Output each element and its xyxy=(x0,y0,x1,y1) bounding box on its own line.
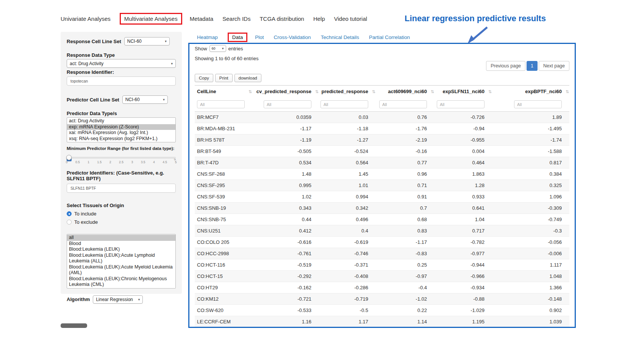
sort-icon[interactable]: ⇅ xyxy=(372,89,375,94)
table-row[interactable]: BR:MDA-MB-231-1.17-1.18-1.76-0.94-1.495 xyxy=(195,123,569,134)
sort-icon[interactable]: ⇅ xyxy=(315,89,319,94)
table-row[interactable]: LE:CCRF-CEM1.161.171.141.1951.039 xyxy=(195,316,569,328)
slider-track[interactable] xyxy=(67,157,176,159)
filter-cell xyxy=(435,97,492,112)
tab-technical-details[interactable]: Technical Details xyxy=(321,34,359,40)
cell-line-cell: CO:COLO 205 xyxy=(195,237,252,248)
nav-item-search-ids[interactable]: Search IDs xyxy=(222,16,250,22)
table-row[interactable]: CNS:SF-2950.9951.010.711.280.325 xyxy=(195,180,569,191)
column-header-cv-predicted-response[interactable]: cv_predicted_response⇅ xyxy=(252,86,319,98)
tissue-option-all[interactable]: all xyxy=(67,235,175,241)
data-type-option-xsq-rna-seq-expression-log2-fpkm-1[interactable]: xsq: RNA-seq Expression (log2 FPKM+1.) xyxy=(67,136,175,142)
tissue-option-blood-leukemia-leuk[interactable]: Blood:Leukemia (LEUK) xyxy=(67,247,175,253)
slider-tick-label: 2 xyxy=(109,160,111,164)
tissue-option-blood-leukemia-leuk-acute-myeloid-leukemia-aml[interactable]: Blood:Leukemia (LEUK):Acute Myeloid Leuk… xyxy=(67,264,175,276)
table-row[interactable]: BR:T-47D0.5340.5640.770.4640.817 xyxy=(195,157,569,169)
value-cell: -0.533 xyxy=(252,305,319,316)
page-length-select[interactable]: 60 ▾ xyxy=(209,45,226,52)
previous-page-button[interactable]: Previous page xyxy=(486,61,525,71)
nav-item-video-tutorial[interactable]: Video tutorial xyxy=(334,16,367,22)
filter-input-predicted-response[interactable] xyxy=(320,100,368,108)
table-row[interactable]: BR:BT-549-0.505-0.524-0.160.004-1.588 xyxy=(195,146,569,157)
radio-unselected-icon[interactable] xyxy=(67,220,72,225)
value-cell: -0.94 xyxy=(435,123,492,134)
tab-partial-correlation[interactable]: Partial Correlation xyxy=(369,34,410,40)
value-cell: 1.48 xyxy=(252,169,319,180)
nav-item-multivariate-analyses[interactable]: Multivariate Analyses xyxy=(120,13,182,25)
radio-to-include[interactable]: To include xyxy=(67,211,176,217)
data-type-option-xai-mrna-expression-avg-log2-int[interactable]: xai: mRNA Expression (Avg. log2 Int.) xyxy=(67,130,175,136)
sort-icon[interactable]: ⇅ xyxy=(431,89,434,94)
sort-icon[interactable]: ⇅ xyxy=(488,89,492,94)
cell-line-cell: CO:HCT-15 xyxy=(195,271,252,282)
cell-line-cell: BR:HS 578T xyxy=(195,134,252,146)
column-header-expslfn11-nci60[interactable]: expSLFN11_nci60⇅ xyxy=(435,86,492,98)
table-row[interactable]: CO:KM12-0.721-0.719-1.02-0.88-0.148 xyxy=(195,293,569,305)
copy-button[interactable]: Copy xyxy=(195,74,213,82)
print-button[interactable]: Print xyxy=(215,74,233,82)
nav-item-univariate-analyses[interactable]: Univariate Analyses xyxy=(61,16,111,22)
response-data-type-select[interactable]: act: Drug Activity ▾ xyxy=(67,59,176,68)
table-row[interactable]: CO:COLO 205-0.616-0.619-1.17-0.782-0.056 xyxy=(195,237,569,248)
predictor-data-type-listbox[interactable]: act: Drug Activityexp: mRNA Expression (… xyxy=(67,117,176,142)
slider-tick-label: 3 xyxy=(131,160,133,164)
table-row[interactable]: LE:HL-60(TB)0.9510.9340.681.3070.031 xyxy=(195,328,569,328)
table-row[interactable]: CO:HCT-15-0.292-0.408-0.97-0.9661.048 xyxy=(195,271,569,282)
radio-to-exclude[interactable]: To exclude xyxy=(67,219,176,225)
tissue-option-blood[interactable]: Blood xyxy=(67,241,175,247)
nav-item-tcga-distribution[interactable]: TCGA distribution xyxy=(259,16,304,22)
column-header-cellline[interactable]: CellLine⇅ xyxy=(195,86,252,98)
sort-icon[interactable]: ⇅ xyxy=(566,89,569,94)
table-row[interactable]: CO:SW-620-0.533-0.50.22-1.0290.902 xyxy=(195,305,569,316)
value-cell: 1.89 xyxy=(492,112,569,123)
table-row[interactable]: CNS:SNB-190.3430.3420.70.641-0.309 xyxy=(195,203,569,214)
download-button[interactable]: download xyxy=(234,74,261,82)
predictor-identifiers-input[interactable] xyxy=(67,184,176,193)
table-row[interactable]: CNS:SF-2681.481.450.961.8630.384 xyxy=(195,169,569,180)
tab-data[interactable]: Data xyxy=(228,33,248,42)
table-row[interactable]: BR:HS 578T-1.19-1.27-2.19-0.955-1.74 xyxy=(195,134,569,146)
table-row[interactable]: CO:HCT-116-0.519-0.3710.25-0.9441.117 xyxy=(195,259,569,271)
value-cell: 0.934 xyxy=(319,328,376,328)
data-type-option-act-drug-activity[interactable]: act: Drug Activity xyxy=(67,118,175,124)
filter-input-act609699-nci60[interactable] xyxy=(379,100,427,108)
value-cell: -0.519 xyxy=(252,259,319,271)
tissue-option-blood-leukemia-leuk-chronic-myelogenous-leukemia-cml[interactable]: Blood:Leukemia (LEUK):Chronic Myelogenou… xyxy=(67,276,175,288)
radio-selected-icon[interactable] xyxy=(67,211,72,216)
table-row[interactable]: CO:HCC-2998-0.761-0.746-0.83-0.977-0.006 xyxy=(195,248,569,259)
column-header-expbptf-nci60[interactable]: expBPTF_nci60⇅ xyxy=(492,86,569,98)
sort-icon[interactable]: ⇅ xyxy=(249,89,252,94)
algorithm-select[interactable]: Linear Regression ▾ xyxy=(93,295,143,304)
nav-item-metadata[interactable]: Metadata xyxy=(190,16,214,22)
filter-input-cellline[interactable] xyxy=(197,100,245,108)
tissue-option-blood-leukemia-leuk-acute-lymphoid-leukemia-all[interactable]: Blood:Leukemia (LEUK):Acute Lymphoid Leu… xyxy=(67,253,175,264)
table-row[interactable]: CNS:U2510.4120.40.830.717-0.3 xyxy=(195,225,569,237)
predictor-data-types-label: Predictor Data Type/s xyxy=(67,111,176,116)
value-cell: -0.286 xyxy=(319,282,376,293)
data-type-option-exp-mrna-expression-z-score[interactable]: exp: mRNA Expression (Z-Score) xyxy=(67,124,175,130)
slider-handle[interactable] xyxy=(66,155,72,160)
response-identifier-input[interactable] xyxy=(67,76,176,86)
table-row[interactable]: CO:HT29-0.162-0.286-0.4-0.9341.366 xyxy=(195,282,569,293)
tissue-listbox[interactable]: allBloodBlood:Leukemia (LEUK)Blood:Leuke… xyxy=(67,234,176,289)
value-cell: -1.18 xyxy=(319,123,376,134)
filter-input-cv-predicted-response[interactable] xyxy=(264,100,311,108)
min-predictor-range-slider[interactable]: 0 5 00.511.522.533.544.55 xyxy=(67,157,176,165)
tab-cross-validation[interactable]: Cross-Validation xyxy=(274,34,311,40)
next-page-button[interactable]: Next page xyxy=(539,61,569,71)
column-header-predicted-response[interactable]: predicted_response⇅ xyxy=(319,86,376,98)
current-page-button[interactable]: 1 xyxy=(527,61,538,71)
filter-input-expslfn11-nci60[interactable] xyxy=(437,100,485,108)
response-cell-line-set-label: Response Cell Line Set xyxy=(67,39,121,44)
column-header-act609699-nci60[interactable]: act609699_nci60⇅ xyxy=(376,86,435,98)
table-row[interactable]: BR:MCF70.03590.030.76-0.7261.89 xyxy=(195,112,569,123)
response-cell-line-set-select[interactable]: NCI-60 ▾ xyxy=(124,37,170,45)
tab-plot[interactable]: Plot xyxy=(255,34,264,40)
table-row[interactable]: CNS:SF-5391.020.9940.910.9331.096 xyxy=(195,191,569,203)
predictor-cell-line-set-select[interactable]: NCI-60 ▾ xyxy=(122,95,168,104)
table-row[interactable]: CNS:SNB-750.440.4960.681.04-0.749 xyxy=(195,214,569,225)
value-cell: 1.117 xyxy=(492,259,569,271)
tab-heatmap[interactable]: Heatmap xyxy=(197,34,218,40)
nav-item-help[interactable]: Help xyxy=(313,16,325,22)
filter-input-expbptf-nci60[interactable] xyxy=(514,100,562,108)
